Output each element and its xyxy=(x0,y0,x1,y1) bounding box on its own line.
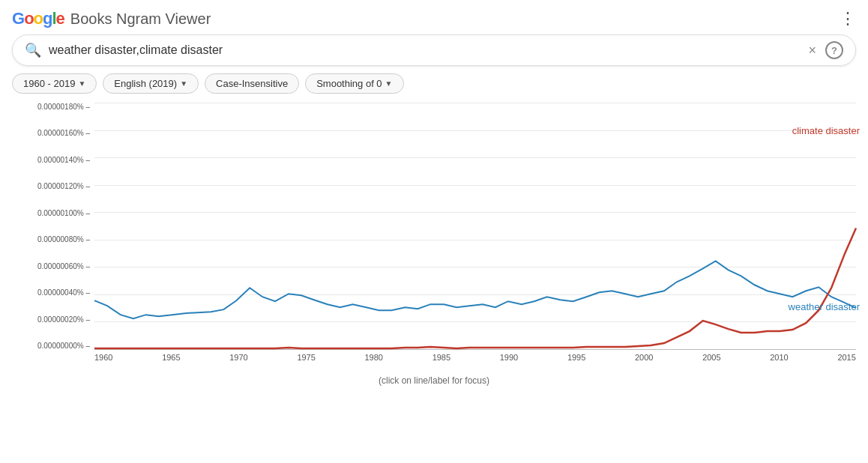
x-label: 1985 xyxy=(433,353,450,362)
header: Google Books Ngram Viewer ⋮ xyxy=(0,0,868,34)
search-bar: 🔍 × ? xyxy=(12,34,856,66)
chevron-down-icon: ▼ xyxy=(78,79,85,88)
year-range-filter[interactable]: 1960 - 2019 ▼ xyxy=(12,73,97,94)
chevron-down-icon: ▼ xyxy=(180,79,187,88)
filters-bar: 1960 - 2019 ▼ English (2019) ▼ Case-Inse… xyxy=(12,73,856,94)
language-filter[interactable]: English (2019) ▼ xyxy=(103,73,199,94)
chart-container: 0.00000180% – 0.00000160% – 0.00000140% … xyxy=(12,103,856,395)
google-logo: Google xyxy=(12,9,64,28)
x-label: 1990 xyxy=(500,353,518,362)
x-label: 1960 xyxy=(94,353,112,362)
x-label: 2015 xyxy=(837,353,855,362)
y-label: 0.00000060% – xyxy=(12,262,94,270)
smoothing-filter[interactable]: Smoothing of 0 ▼ xyxy=(305,73,403,94)
search-icon: 🔍 xyxy=(25,42,41,58)
y-label: 0.00000040% – xyxy=(12,288,94,297)
chart-svg[interactable] xyxy=(94,103,856,349)
clear-icon[interactable]: × xyxy=(808,43,816,58)
climate-disaster-label[interactable]: climate disaster xyxy=(792,125,860,136)
chart-footer-note: (click on line/label for focus) xyxy=(12,375,856,386)
y-label: 0.00000160% – xyxy=(12,129,94,137)
x-label: 1965 xyxy=(162,353,180,362)
x-label: 2010 xyxy=(770,353,788,362)
x-label: 1970 xyxy=(229,353,247,362)
x-label: 1975 xyxy=(297,353,315,362)
logo-area: Google Books Ngram Viewer xyxy=(12,9,211,28)
weather-disaster-line[interactable] xyxy=(94,261,856,318)
y-label: 0.00000020% – xyxy=(12,315,94,324)
case-filter[interactable]: Case-Insensitive xyxy=(205,73,299,94)
x-label: 2000 xyxy=(635,353,653,362)
chart-area: 0.00000180% – 0.00000160% – 0.00000140% … xyxy=(12,103,856,372)
weather-disaster-label[interactable]: weather disaster xyxy=(789,301,860,312)
app-title: Books Ngram Viewer xyxy=(70,10,211,28)
x-label: 1995 xyxy=(567,353,585,362)
y-label: 0.00000180% – xyxy=(12,103,94,111)
help-icon[interactable]: ? xyxy=(825,41,843,59)
menu-icon[interactable]: ⋮ xyxy=(840,9,856,28)
y-label: 0.00000100% – xyxy=(12,209,94,217)
y-axis: 0.00000180% – 0.00000160% – 0.00000140% … xyxy=(12,103,94,350)
x-axis: 1960 1965 1970 1975 1980 1985 1990 1995 … xyxy=(94,350,856,372)
y-label: 0.00000120% – xyxy=(12,182,94,190)
plot-area: climate disaster weather disaster xyxy=(94,103,856,350)
y-label: 0.00000000% – xyxy=(12,342,94,350)
y-label: 0.00000140% – xyxy=(12,156,94,164)
search-actions: × ? xyxy=(808,41,843,59)
chevron-down-icon: ▼ xyxy=(385,79,393,88)
x-label: 1980 xyxy=(365,353,383,362)
y-label: 0.00000080% – xyxy=(12,235,94,243)
x-label: 2005 xyxy=(702,353,720,362)
search-input[interactable] xyxy=(49,43,808,57)
climate-disaster-line[interactable] xyxy=(94,228,856,348)
